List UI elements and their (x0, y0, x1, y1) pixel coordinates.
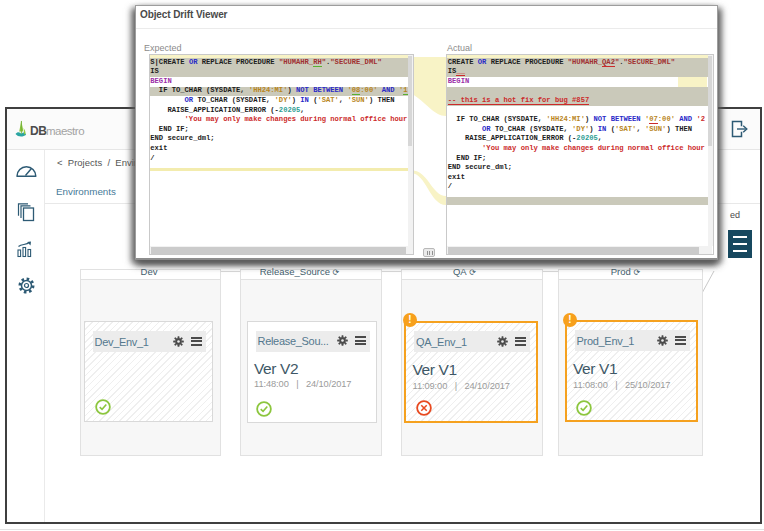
svg-text:maestro: maestro (46, 125, 84, 137)
svg-text:DB: DB (30, 124, 47, 138)
